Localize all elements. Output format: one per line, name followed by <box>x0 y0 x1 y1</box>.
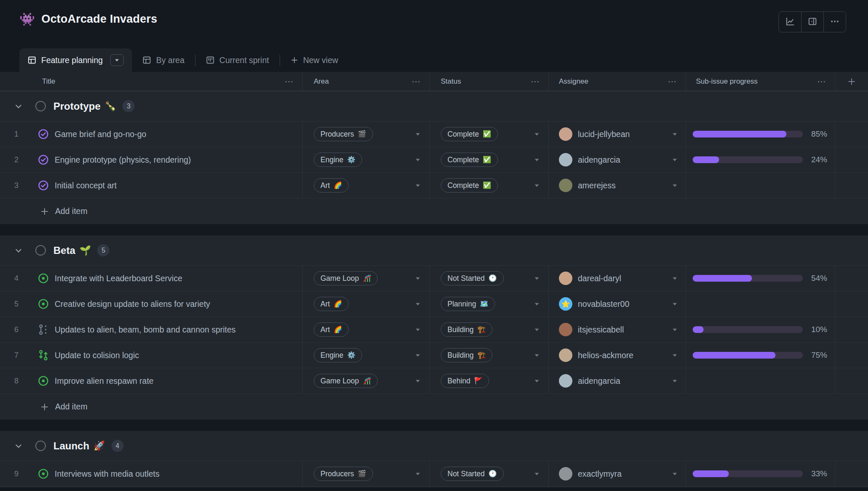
status-pill[interactable]: Behind 🚩 <box>441 374 489 388</box>
side-panel-button[interactable] <box>801 12 823 32</box>
chevron-down-icon[interactable] <box>535 277 539 280</box>
status-pill[interactable]: Building 🏗️ <box>441 348 492 362</box>
assignee-cell[interactable]: amerejess <box>549 173 686 198</box>
area-pill[interactable]: Engine ⚙️ <box>314 153 362 167</box>
area-cell[interactable]: Engine ⚙️ <box>303 343 430 368</box>
assignee-cell[interactable]: helios-ackmore <box>549 343 686 368</box>
area-cell[interactable]: Art 🌈 <box>303 173 430 198</box>
chevron-down-icon[interactable] <box>415 354 420 357</box>
status-cell[interactable]: Complete ✅ <box>430 121 549 147</box>
chevron-down-icon[interactable] <box>415 473 420 475</box>
status-cell[interactable]: Not Started 🕐 <box>430 266 549 291</box>
assignee-cell[interactable]: exactlymyra <box>549 461 686 486</box>
assignee-cell[interactable]: ⭐ novablaster00 <box>549 291 686 317</box>
issue-title[interactable]: Improve alien respawn rate <box>55 376 153 386</box>
chevron-down-icon[interactable] <box>672 303 677 306</box>
add-item-button[interactable]: Add item <box>0 394 868 420</box>
chevron-down-icon[interactable] <box>14 442 23 450</box>
status-cell[interactable]: Not Started 🕐 <box>430 461 549 486</box>
status-cell[interactable]: Building 🏗️ <box>430 317 549 342</box>
area-pill[interactable]: Art 🌈 <box>314 322 349 337</box>
status-cell[interactable]: Complete ✅ <box>430 147 549 172</box>
assignee-cell[interactable]: dareal-daryl <box>549 266 686 291</box>
chevron-down-icon[interactable] <box>535 133 539 136</box>
assignee-cell[interactable]: itsjessicabell <box>549 317 686 342</box>
status-pill[interactable]: Complete ✅ <box>441 127 498 141</box>
issue-title[interactable]: Integrate with Leaderboard Service <box>55 274 183 283</box>
area-pill[interactable]: Game Loop 🎢 <box>314 374 378 388</box>
status-cell[interactable]: Planning 🗺️ <box>430 291 549 317</box>
status-pill[interactable]: Building 🏗️ <box>441 322 492 337</box>
add-item-button[interactable]: Add item <box>0 198 868 224</box>
chevron-down-icon[interactable] <box>672 133 677 136</box>
chevron-down-icon[interactable] <box>415 184 420 187</box>
status-cell[interactable]: Building 🏗️ <box>430 343 549 368</box>
chevron-down-icon[interactable] <box>535 158 539 161</box>
status-cell[interactable]: Complete ✅ <box>430 173 549 198</box>
chevron-down-icon[interactable] <box>535 303 539 306</box>
area-cell[interactable]: Producers 🎬 <box>303 121 430 147</box>
issue-title[interactable]: Game brief and go-no-go <box>55 129 146 139</box>
more-options-button[interactable] <box>823 12 846 32</box>
status-pill[interactable]: Complete ✅ <box>441 178 498 193</box>
chevron-down-icon[interactable] <box>415 328 420 331</box>
area-pill[interactable]: Art 🌈 <box>314 297 349 311</box>
area-cell[interactable]: Engine ⚙️ <box>303 147 430 172</box>
area-pill[interactable]: Producers 🎬 <box>314 467 373 481</box>
issue-title[interactable]: Creative design update to aliens for var… <box>55 299 210 309</box>
issue-title[interactable]: Interviews with media outlets <box>55 469 159 479</box>
chevron-down-icon[interactable] <box>415 303 420 306</box>
column-menu-button[interactable]: ⋯ <box>412 77 421 86</box>
tab-feature-planning[interactable]: Feature planning <box>19 48 132 72</box>
area-pill[interactable]: Game Loop 🎢 <box>314 271 378 285</box>
column-menu-button[interactable]: ⋯ <box>817 77 826 86</box>
add-column-button[interactable] <box>835 72 868 91</box>
assignee-cell[interactable]: lucid-jellybean <box>549 121 686 147</box>
chevron-down-icon[interactable] <box>415 158 420 161</box>
issue-title[interactable]: Update to colision logic <box>55 351 139 360</box>
column-menu-button[interactable]: ⋯ <box>285 77 294 86</box>
tab-by-area[interactable]: By area <box>132 48 195 72</box>
chevron-down-icon[interactable] <box>535 184 539 187</box>
chevron-down-icon[interactable] <box>14 246 23 255</box>
chevron-down-icon[interactable] <box>535 354 539 357</box>
assignee-cell[interactable]: aidengarcia <box>549 368 686 393</box>
column-menu-button[interactable]: ⋯ <box>668 77 677 86</box>
area-pill[interactable]: Producers 🎬 <box>314 127 373 141</box>
area-pill[interactable]: Art 🌈 <box>314 178 349 193</box>
chevron-down-icon[interactable] <box>535 473 539 475</box>
status-pill[interactable]: Complete ✅ <box>441 153 498 167</box>
chevron-down-icon[interactable] <box>535 380 539 383</box>
status-pill[interactable]: Planning 🗺️ <box>441 297 495 311</box>
chevron-down-icon[interactable] <box>672 354 677 357</box>
tab-current-sprint[interactable]: Current sprint <box>196 48 280 72</box>
area-pill[interactable]: Engine ⚙️ <box>314 348 362 362</box>
area-cell[interactable]: Art 🌈 <box>303 291 430 317</box>
view-options-caret-button[interactable] <box>110 54 124 66</box>
column-menu-button[interactable]: ⋯ <box>531 77 540 86</box>
status-pill[interactable]: Not Started 🕐 <box>441 271 504 285</box>
assignee-cell[interactable]: aidengarcia <box>549 147 686 172</box>
chevron-down-icon[interactable] <box>415 133 420 136</box>
chevron-down-icon[interactable] <box>672 184 677 187</box>
area-cell[interactable]: Game Loop 🎢 <box>303 266 430 291</box>
chevron-down-icon[interactable] <box>672 380 677 383</box>
chevron-down-icon[interactable] <box>14 102 23 111</box>
status-pill[interactable]: Not Started 🕐 <box>441 467 504 481</box>
insights-button[interactable] <box>779 12 801 32</box>
chevron-down-icon[interactable] <box>535 328 539 331</box>
chevron-down-icon[interactable] <box>672 328 677 331</box>
tab-new-view[interactable]: New view <box>280 48 349 72</box>
issue-title[interactable]: Initial concept art <box>55 181 116 190</box>
chevron-down-icon[interactable] <box>672 473 677 475</box>
issue-title[interactable]: Updates to alien, beam, bomb and cannon … <box>55 325 236 335</box>
area-cell[interactable]: Art 🌈 <box>303 317 430 342</box>
status-cell[interactable]: Behind 🚩 <box>430 368 549 393</box>
chevron-down-icon[interactable] <box>672 158 677 161</box>
area-cell[interactable]: Producers 🎬 <box>303 461 430 486</box>
issue-title[interactable]: Engine prototype (physics, rendering) <box>55 155 191 165</box>
chevron-down-icon[interactable] <box>415 277 420 280</box>
area-cell[interactable]: Game Loop 🎢 <box>303 368 430 393</box>
chevron-down-icon[interactable] <box>415 380 420 383</box>
chevron-down-icon[interactable] <box>672 277 677 280</box>
